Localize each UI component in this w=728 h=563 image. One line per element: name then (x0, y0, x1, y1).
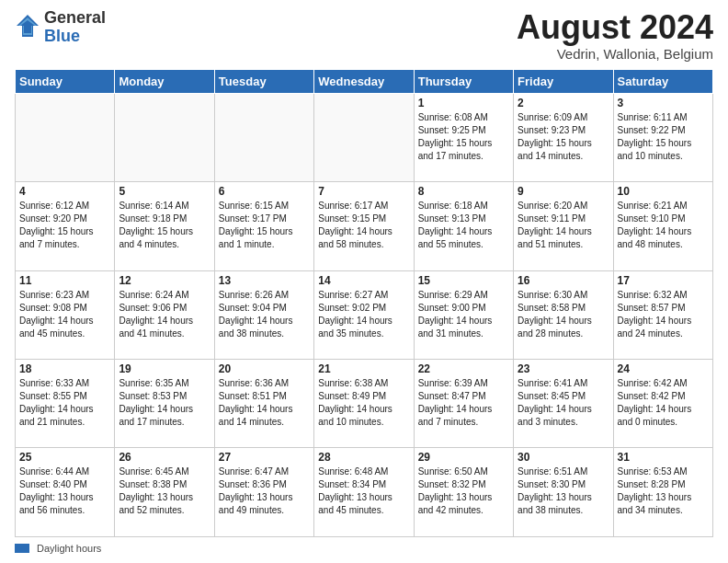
cell-w2-d7: 10Sunrise: 6:21 AM Sunset: 9:10 PM Dayli… (613, 182, 712, 270)
day-num-18: 18 (19, 362, 110, 375)
day-info-21: Sunrise: 6:38 AM Sunset: 8:49 PM Dayligh… (318, 377, 409, 429)
day-num-20: 20 (219, 362, 310, 375)
day-num-3: 3 (618, 97, 709, 109)
day-num-15: 15 (418, 274, 509, 287)
cell-w4-d3: 20Sunrise: 6:36 AM Sunset: 8:51 PM Dayli… (214, 360, 313, 448)
col-friday: Friday (514, 69, 613, 93)
day-info-19: Sunrise: 6:35 AM Sunset: 8:53 PM Dayligh… (119, 377, 210, 429)
day-info-16: Sunrise: 6:30 AM Sunset: 8:58 PM Dayligh… (518, 289, 609, 340)
cell-w5-d2: 26Sunrise: 6:45 AM Sunset: 8:38 PM Dayli… (115, 448, 214, 537)
cell-w3-d6: 16Sunrise: 6:30 AM Sunset: 8:58 PM Dayli… (514, 270, 613, 359)
day-info-12: Sunrise: 6:24 AM Sunset: 9:06 PM Dayligh… (119, 289, 210, 340)
cell-w4-d1: 18Sunrise: 6:33 AM Sunset: 8:55 PM Dayli… (16, 360, 115, 448)
day-info-23: Sunrise: 6:41 AM Sunset: 8:45 PM Dayligh… (518, 377, 609, 429)
logo-blue-text: Blue (44, 28, 106, 46)
page: General Blue August 2024 Vedrin, Walloni… (0, 0, 728, 563)
month-title: August 2024 (517, 9, 713, 46)
day-num-4: 4 (19, 185, 110, 198)
cell-w3-d5: 15Sunrise: 6:29 AM Sunset: 9:00 PM Dayli… (414, 270, 513, 359)
cell-w5-d5: 29Sunrise: 6:50 AM Sunset: 8:32 PM Dayli… (414, 448, 513, 537)
day-info-15: Sunrise: 6:29 AM Sunset: 9:00 PM Dayligh… (418, 289, 509, 340)
day-info-24: Sunrise: 6:42 AM Sunset: 8:42 PM Dayligh… (618, 377, 709, 429)
day-info-14: Sunrise: 6:27 AM Sunset: 9:02 PM Dayligh… (318, 289, 409, 340)
cell-w1-d5: 1Sunrise: 6:08 AM Sunset: 9:25 PM Daylig… (414, 93, 513, 181)
day-num-21: 21 (318, 362, 409, 375)
col-monday: Monday (115, 69, 214, 93)
day-info-28: Sunrise: 6:48 AM Sunset: 8:34 PM Dayligh… (318, 465, 409, 517)
cell-w2-d1: 4Sunrise: 6:12 AM Sunset: 9:20 PM Daylig… (16, 182, 115, 270)
day-num-17: 17 (618, 274, 709, 287)
location: Vedrin, Wallonia, Belgium (517, 46, 713, 62)
cell-w1-d2 (115, 93, 214, 181)
cell-w3-d7: 17Sunrise: 6:32 AM Sunset: 8:57 PM Dayli… (613, 270, 712, 359)
day-num-1: 1 (418, 97, 509, 109)
title-block: August 2024 Vedrin, Wallonia, Belgium (517, 9, 713, 62)
calendar-header: Sunday Monday Tuesday Wednesday Thursday… (16, 69, 713, 93)
day-info-20: Sunrise: 6:36 AM Sunset: 8:51 PM Dayligh… (219, 377, 310, 429)
day-num-12: 12 (119, 274, 210, 287)
col-thursday: Thursday (414, 69, 513, 93)
day-num-6: 6 (219, 185, 310, 198)
cell-w4-d4: 21Sunrise: 6:38 AM Sunset: 8:49 PM Dayli… (314, 360, 414, 448)
day-num-2: 2 (518, 97, 609, 109)
day-info-5: Sunrise: 6:14 AM Sunset: 9:18 PM Dayligh… (119, 200, 210, 251)
cell-w1-d4 (314, 93, 414, 181)
cell-w4-d2: 19Sunrise: 6:35 AM Sunset: 8:53 PM Dayli… (115, 360, 214, 448)
day-info-26: Sunrise: 6:45 AM Sunset: 8:38 PM Dayligh… (119, 465, 210, 517)
day-info-3: Sunrise: 6:11 AM Sunset: 9:22 PM Dayligh… (618, 111, 709, 163)
day-num-24: 24 (618, 362, 709, 375)
logo-text: General Blue (44, 9, 106, 46)
cell-w2-d6: 9Sunrise: 6:20 AM Sunset: 9:11 PM Daylig… (514, 182, 613, 270)
day-num-14: 14 (318, 274, 409, 287)
day-num-31: 31 (618, 451, 709, 464)
week-row-1: 1Sunrise: 6:08 AM Sunset: 9:25 PM Daylig… (16, 93, 713, 181)
day-info-22: Sunrise: 6:39 AM Sunset: 8:47 PM Dayligh… (418, 377, 509, 429)
day-num-23: 23 (518, 362, 609, 375)
logo-general-text: General (44, 9, 106, 28)
day-info-7: Sunrise: 6:17 AM Sunset: 9:15 PM Dayligh… (318, 200, 409, 251)
day-info-17: Sunrise: 6:32 AM Sunset: 8:57 PM Dayligh… (618, 289, 709, 340)
cell-w2-d3: 6Sunrise: 6:15 AM Sunset: 9:17 PM Daylig… (214, 182, 313, 270)
day-info-25: Sunrise: 6:44 AM Sunset: 8:40 PM Dayligh… (19, 465, 110, 517)
day-info-27: Sunrise: 6:47 AM Sunset: 8:36 PM Dayligh… (219, 465, 310, 517)
cell-w5-d1: 25Sunrise: 6:44 AM Sunset: 8:40 PM Dayli… (16, 448, 115, 537)
day-info-13: Sunrise: 6:26 AM Sunset: 9:04 PM Dayligh… (219, 289, 310, 340)
day-num-9: 9 (518, 185, 609, 198)
cell-w5-d3: 27Sunrise: 6:47 AM Sunset: 8:36 PM Dayli… (214, 448, 313, 537)
cell-w1-d7: 3Sunrise: 6:11 AM Sunset: 9:22 PM Daylig… (613, 93, 712, 181)
cell-w3-d3: 13Sunrise: 6:26 AM Sunset: 9:04 PM Dayli… (214, 270, 313, 359)
cell-w5-d7: 31Sunrise: 6:53 AM Sunset: 8:28 PM Dayli… (613, 448, 712, 537)
day-info-18: Sunrise: 6:33 AM Sunset: 8:55 PM Dayligh… (19, 377, 110, 429)
cell-w3-d1: 11Sunrise: 6:23 AM Sunset: 9:08 PM Dayli… (16, 270, 115, 359)
day-info-1: Sunrise: 6:08 AM Sunset: 9:25 PM Dayligh… (418, 111, 509, 163)
legend-box (15, 544, 29, 553)
day-num-25: 25 (19, 451, 110, 464)
cell-w4-d5: 22Sunrise: 6:39 AM Sunset: 8:47 PM Dayli… (414, 360, 513, 448)
calendar-body: 1Sunrise: 6:08 AM Sunset: 9:25 PM Daylig… (16, 93, 713, 536)
day-num-30: 30 (518, 451, 609, 464)
day-num-5: 5 (119, 185, 210, 198)
header-row: Sunday Monday Tuesday Wednesday Thursday… (16, 69, 713, 93)
cell-w3-d4: 14Sunrise: 6:27 AM Sunset: 9:02 PM Dayli… (314, 270, 414, 359)
day-info-2: Sunrise: 6:09 AM Sunset: 9:23 PM Dayligh… (518, 111, 609, 163)
cell-w5-d4: 28Sunrise: 6:48 AM Sunset: 8:34 PM Dayli… (314, 448, 414, 537)
col-wednesday: Wednesday (314, 69, 414, 93)
cell-w1-d6: 2Sunrise: 6:09 AM Sunset: 9:23 PM Daylig… (514, 93, 613, 181)
footer-legend-text: Daylight hours (37, 543, 101, 554)
header: General Blue August 2024 Vedrin, Walloni… (15, 9, 713, 62)
footer: Daylight hours (15, 543, 713, 554)
cell-w3-d2: 12Sunrise: 6:24 AM Sunset: 9:06 PM Dayli… (115, 270, 214, 359)
day-info-31: Sunrise: 6:53 AM Sunset: 8:28 PM Dayligh… (618, 465, 709, 517)
day-num-28: 28 (318, 451, 409, 464)
cell-w1-d3 (214, 93, 313, 181)
day-num-7: 7 (318, 185, 409, 198)
logo-icon (15, 13, 40, 39)
logo: General Blue (15, 9, 106, 46)
day-num-11: 11 (19, 274, 110, 287)
day-info-29: Sunrise: 6:50 AM Sunset: 8:32 PM Dayligh… (418, 465, 509, 517)
week-row-4: 18Sunrise: 6:33 AM Sunset: 8:55 PM Dayli… (16, 360, 713, 448)
col-tuesday: Tuesday (214, 69, 313, 93)
cell-w2-d4: 7Sunrise: 6:17 AM Sunset: 9:15 PM Daylig… (314, 182, 414, 270)
col-sunday: Sunday (16, 69, 115, 93)
col-saturday: Saturday (613, 69, 712, 93)
